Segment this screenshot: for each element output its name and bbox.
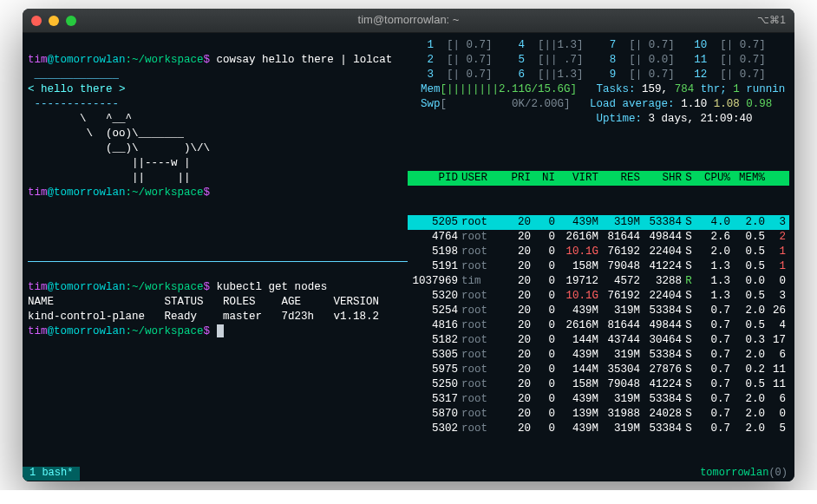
process-row[interactable]: 5198root20010.1G7619222404S2.00.51 [408, 245, 789, 259]
process-row[interactable]: 4764root2002616M8164449844S2.60.52 [408, 230, 789, 245]
left-column: tim@tomorrowlan:~/workspace$ cowsay hell… [28, 38, 408, 461]
prompt-user: tim [28, 54, 48, 66]
cow-body3: (__)\ )\/\ [28, 142, 210, 154]
process-row[interactable]: 5305root200439M319M53384S0.72.06 [408, 348, 789, 363]
pane-divider [28, 261, 408, 262]
process-row[interactable]: 5205root200439M319M53384S4.02.03 [408, 215, 789, 230]
status-right: tomorrowlan(0) [700, 467, 794, 481]
process-row[interactable]: 5250root200158M7904841224S0.70.511 [408, 377, 789, 392]
cursor [217, 324, 224, 337]
kubectl-row: kind-control-plane Ready master 7d23h v1… [28, 311, 379, 323]
process-row[interactable]: 5320root20010.1G7619222404S1.30.53 [408, 289, 789, 304]
prompt-path: ~/workspace [132, 54, 204, 66]
htop-processes: PIDUSERPRINIVIRTRESSHRSCPU%MEM% 5205root… [408, 141, 789, 466]
cow-body1: \ ^__^ [28, 113, 132, 125]
pane-cowsay[interactable]: tim@tomorrowlan:~/workspace$ cowsay hell… [28, 38, 408, 259]
window-title: tim@tomorrowlan: ~ [23, 13, 794, 28]
process-row[interactable]: 5191root200158M7904841224S1.30.51 [408, 259, 789, 274]
cow-body2: \ (oo)\_______ [28, 128, 184, 140]
process-row[interactable]: 5870root200139M3198824028S0.72.00 [408, 407, 789, 422]
cowsay-command: cowsay hello there | lolcat [217, 54, 393, 66]
prompt-at: @ [48, 54, 55, 66]
terminal-window: tim@tomorrowlan: ~ ⌥⌘1 tim@tomorrowlan:~… [23, 9, 794, 481]
terminal-body: tim@tomorrowlan:~/workspace$ cowsay hell… [23, 33, 794, 466]
cow-msg: < hello there > [28, 83, 126, 95]
process-row[interactable]: 5975root200144M3530427876S0.70.211 [408, 363, 789, 377]
cow-body5: || || [28, 172, 191, 184]
status-session: (0) [768, 467, 788, 479]
status-left[interactable]: 1 bash* [23, 467, 80, 481]
process-row[interactable]: 4816root2002616M8164449844S0.70.54 [408, 318, 789, 333]
process-header[interactable]: PIDUSERPRINIVIRTRESSHRSCPU%MEM% [408, 171, 789, 186]
cow-top: _____________ [28, 69, 119, 81]
cow-body4: ||----w | [28, 157, 191, 169]
pane-htop[interactable]: 1 [| 0.7] 4 [||1.3] 7 [| 0.7] 10 [| 0.7]… [408, 38, 789, 461]
pane-kubectl[interactable]: tim@tomorrowlan:~/workspace$ kubectl get… [28, 265, 408, 354]
process-row[interactable]: 5254root200439M319M53384S0.72.026 [408, 304, 789, 318]
process-row[interactable]: 5317root200439M319M53384S0.72.06 [408, 392, 789, 407]
prompt-host: tomorrowlan [54, 54, 126, 66]
titlebar-hint: ⌥⌘1 [757, 14, 786, 28]
kubectl-header: NAME STATUS ROLES AGE VERSION [28, 296, 379, 308]
titlebar: tim@tomorrowlan: ~ ⌥⌘1 [23, 9, 794, 33]
kubectl-command: kubectl get nodes [217, 281, 328, 293]
status-host: tomorrowlan [700, 467, 768, 479]
prompt-symbol: $ [204, 54, 211, 66]
process-row[interactable]: 5302root200439M319M53384S0.72.05 [408, 422, 789, 436]
tmux-statusbar[interactable]: 1 bash* tomorrowlan(0) [23, 466, 794, 481]
cow-bot: ------------- [28, 98, 119, 110]
process-row[interactable]: 1037969tim2001971245723288R1.30.00 [408, 274, 789, 289]
process-row[interactable]: 5182root200144M4374430464S0.70.317 [408, 333, 789, 348]
htop-meters: 1 [| 0.7] 4 [||1.3] 7 [| 0.7] 10 [| 0.7]… [408, 38, 789, 141]
